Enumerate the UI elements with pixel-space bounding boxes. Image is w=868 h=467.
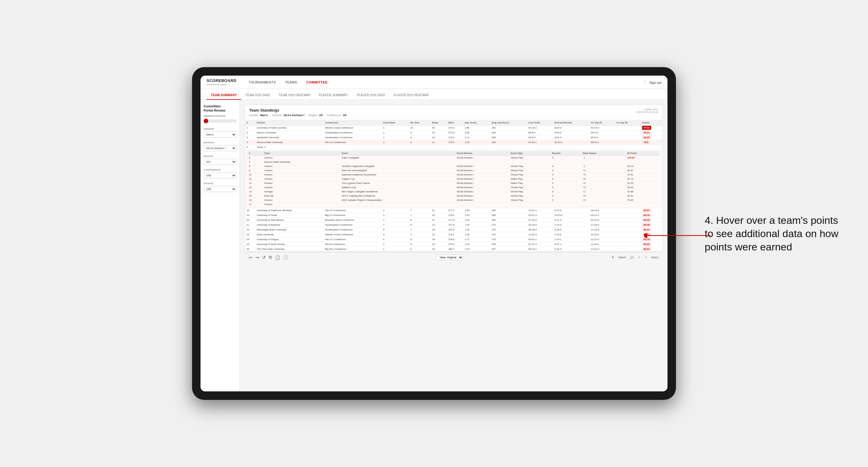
cell-points[interactable]: 90.20 (641, 135, 662, 140)
undo-button[interactable]: ↩ (249, 255, 252, 260)
cell-rnds: 21 (431, 208, 447, 213)
inner-cell-rank: 16 (247, 198, 263, 203)
cell-adj-score: 2.50 (463, 140, 490, 145)
cell-vs-top25: 11-23-0 (589, 227, 615, 232)
inner-cell-team: Univers (263, 203, 340, 207)
cell-avg-low: 267 (490, 247, 527, 252)
copy-button[interactable]: ⧉ (269, 255, 272, 260)
cell-vs-top50 (615, 213, 641, 218)
inner-cell-division: NCAA Division I (455, 181, 509, 185)
region-select[interactable]: N/A All (204, 159, 237, 165)
cell-school: Vanderbilt University (255, 135, 323, 140)
cell-vs-top50 (615, 130, 641, 135)
inner-cell-team: Arizona State University (263, 160, 340, 164)
cell-rnds: 25 (431, 213, 447, 218)
cell-no-tour: 10 (409, 126, 431, 130)
inner-cell-rounds: 2 (551, 177, 581, 181)
cell-points[interactable]: 83.07 (641, 208, 662, 213)
cell-low-ov25: 87-25-1 (527, 140, 553, 145)
inner-cell-team: Univers (263, 164, 340, 168)
cell-avg-low: 260 (490, 208, 527, 213)
tab-team-summary[interactable]: TEAM SUMMARY (207, 91, 241, 100)
share-button[interactable]: Share (651, 256, 658, 259)
cell-points[interactable]: 97.02 (641, 126, 662, 130)
inner-cell-rounds: 3 (551, 173, 581, 177)
update-time: Update time:13/03/2024 10:03:42 (636, 108, 658, 114)
cell-school: University of California, Berkeley (255, 208, 323, 213)
cell-avg-low: 260 (490, 130, 527, 135)
inner-cell-impact: +1 (581, 168, 626, 173)
cell-school: University of New Mexico (255, 218, 323, 223)
watch-button[interactable]: Watch (619, 256, 626, 259)
sign-out-button[interactable]: Sign out (649, 81, 661, 84)
cell-points[interactable]: 80.94 (641, 247, 662, 252)
cell-vs-top50 (615, 232, 641, 237)
division-select[interactable]: NCAA Division I NCAA Division II (204, 145, 237, 151)
report-filters: Gender: Men's Division: NCAA Division I … (249, 114, 346, 117)
cell-points[interactable]: 80.89 (641, 242, 662, 247)
slider-container (204, 119, 237, 124)
filter-division-label: Division: (272, 114, 282, 117)
tab-team-h2h-heatmap[interactable]: TEAM H2H HEATMAP (274, 91, 315, 100)
inner-cell-type: Stroke Play (509, 156, 551, 160)
inner-cell-event: Ben Hogan Collegiate Invitational (340, 190, 455, 194)
cell-adj-score: 1.60 (463, 208, 490, 213)
top-nav-left: SCOREBOARD Powered by clippd TOURNAMENTS… (207, 78, 328, 86)
paste-button[interactable]: 📋 (275, 255, 280, 260)
cell-points[interactable]: 93.31 (641, 130, 662, 135)
inner-cell-points: 97.88 (626, 190, 660, 194)
bottom-toolbar: ↩ ↪ ↺ ⧉ 📋 🕐 View: Original View: Filtere… (245, 252, 663, 262)
refresh-button[interactable]: ↺ (262, 255, 266, 260)
secondary-nav: TEAM SUMMARY TEAM H2H GRID TEAM H2H HEAT… (200, 89, 668, 100)
col-avg-low: Avg Low Score (490, 120, 527, 126)
cell-rnds: 19 (431, 135, 447, 140)
nav-teams[interactable]: TEAMS (285, 81, 297, 84)
nav-committee[interactable]: COMMITTEE (306, 81, 328, 84)
cell-wins: 272.0 (447, 126, 463, 130)
cell-no-tour: 8 (409, 218, 431, 223)
nav-tournaments[interactable]: TOURNAMENTS (249, 81, 276, 84)
cell-empty (382, 145, 662, 150)
col-low-ov25: Low Ov25 (527, 120, 553, 126)
gender-select[interactable]: Men's Women's (204, 131, 237, 137)
inner-cell-team: Univers (263, 156, 340, 160)
cell-school: University of North Carolina (255, 126, 323, 130)
cell-points[interactable]: 80.70 (641, 213, 662, 218)
table-row: 1 University of North Carolina Atlantic … (245, 126, 662, 130)
cell-adj-score: 1.45 (463, 213, 490, 218)
inner-cell-rank: 8 (247, 164, 263, 168)
cell-low-ov25: 42-31-3 (527, 213, 553, 218)
clock-button[interactable]: 🕐 (283, 255, 288, 260)
inner-cell-impact: +0 (581, 185, 626, 190)
school-select[interactable]: (All) (204, 186, 237, 192)
min-rounds-slider[interactable] (204, 119, 237, 123)
inner-cell-rounds: 3 (551, 181, 581, 185)
inner-cell-points: 56-64 (626, 185, 660, 190)
cell-points[interactable]: 80.48 (641, 223, 662, 227)
cell-no-tour: 6 (409, 247, 431, 252)
view-select[interactable]: View: Original View: Filtered (436, 255, 463, 260)
inner-cell-team: Georgia (263, 190, 340, 194)
cell-low-ov25: 73-21-1 (527, 208, 553, 213)
inner-col-rounds: Rounds (551, 151, 581, 156)
cell-low-ov25: 87-22-3 (527, 242, 553, 247)
table-row: 24 University of Oregon Pac-12 Conferenc… (245, 237, 662, 242)
inner-col-event: Event (340, 151, 455, 156)
tab-player-h2h-grid[interactable]: PLAYER H2H GRID (353, 91, 390, 100)
redo-button[interactable]: ↪ (255, 255, 259, 260)
table-row: 23 Duke University Atlantic Coast Confer… (245, 232, 662, 237)
cell-school: The Ohio State University (255, 247, 323, 252)
tab-team-h2h-grid[interactable]: TEAM H2H GRID (241, 91, 274, 100)
cell-conference: Southeastern Conference (323, 223, 382, 227)
cell-adj-score: 1.22 (463, 247, 490, 252)
cell-adj-score: 1.30 (463, 242, 490, 247)
cell-points[interactable]: 79.5 (641, 140, 662, 145)
conference-select[interactable]: (All) ACC (204, 173, 237, 179)
tab-player-summary[interactable]: PLAYER SUMMARY (315, 91, 353, 100)
cell-points[interactable]: 80.49 (641, 218, 662, 223)
inner-table: # Team Event Event Division Event Type R… (247, 151, 660, 207)
sidebar-region: Region N/A All (204, 155, 237, 165)
cell-avg-low: 262 (490, 126, 527, 130)
tab-player-h2h-heatmap[interactable]: PLAYER H2H HEATMAP (389, 91, 433, 100)
cell-overall: 33-9-0 (553, 126, 589, 130)
